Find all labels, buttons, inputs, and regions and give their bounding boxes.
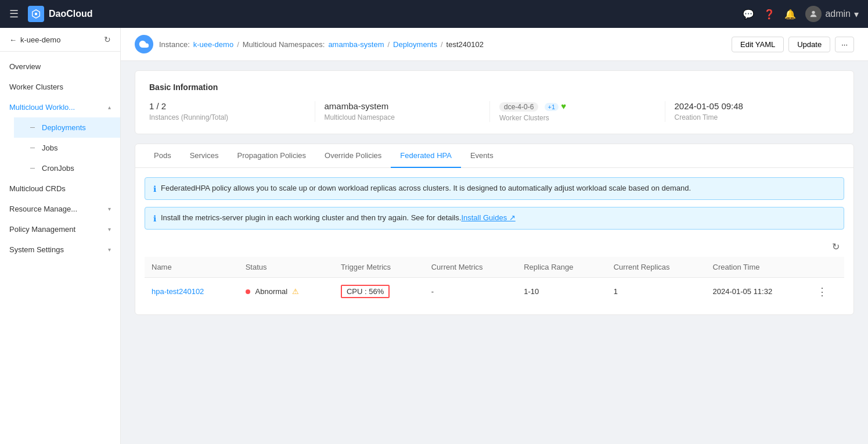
sidebar-item-resource-manage[interactable]: Resource Manage... ▾ [0,199,120,219]
col-header-actions [810,257,844,278]
trigger-metrics-value: CPU : 56% [341,285,390,298]
creation-time-value: 2024-01-05 09:48 [675,101,831,111]
chat-icon[interactable]: 💬 [743,9,754,20]
breadcrumb-instance-link[interactable]: k-uee-demo [193,40,233,49]
creation-time-label: Creation Time [675,113,831,121]
update-button[interactable]: Update [788,37,830,52]
back-arrow-icon: ← [9,35,17,44]
info-col-instances: 1 / 2 Instances (Running/Total) [149,101,315,122]
more-actions-button[interactable]: ··· [835,37,854,52]
sidebar-item-system-settings[interactable]: System Settings ▾ [0,239,120,260]
sidebar-item-label: Multicloud Worklo... [9,103,75,112]
sidebar-item-multicloud-worklo[interactable]: Multicloud Worklo... ▴ [0,97,120,117]
namespace-label: Multicloud Namespace [325,113,481,121]
info-icon: ℹ [153,184,156,194]
bell-icon[interactable]: 🔔 [784,9,796,20]
tabs-container: Pods Services Propagation Policies Overr… [135,144,854,315]
sidebar: ← k-uee-demo ↻ Overview Worker Clusters … [0,28,121,444]
admin-label: admin [825,9,851,19]
cell-row-actions: ⋮ [810,278,844,306]
cell-creation-time: 2024-01-05 11:32 [706,278,810,306]
tab-events[interactable]: Events [461,144,503,168]
sidebar-item-overview[interactable]: Overview [0,56,120,77]
sidebar-item-worker-clusters[interactable]: Worker Clusters [0,77,120,97]
logo-icon [28,6,44,22]
sidebar-item-policy-management[interactable]: Policy Management ▾ [0,219,120,239]
sidebar-menu: Overview Worker Clusters Multicloud Work… [0,52,120,444]
sidebar-instance-label: k-uee-demo [20,35,60,44]
sidebar-item-label: Resource Manage... [9,205,77,213]
sidebar-item-jobs[interactable]: Jobs [14,138,120,158]
cell-replica-range: 1-10 [517,278,606,306]
col-header-trigger-metrics: Trigger Metrics [334,257,424,278]
alert-text-install: Install the metrics-server plugin in eac… [161,213,516,222]
breadcrumb: Instance: k-uee-demo / Multicloud Namesp… [135,35,484,53]
sidebar-header: ← k-uee-demo ↻ [0,28,120,52]
content-area: Basic Information 1 / 2 Instances (Runni… [121,61,868,324]
sidebar-item-label: Policy Management [9,225,75,234]
logo: DaoCloud [28,6,93,22]
chevron-down-icon: ▾ [108,206,111,212]
sidebar-item-label: Overview [9,62,41,71]
breadcrumb-namespace-link[interactable]: amamba-system [328,40,384,49]
alert-banner-install: ℹ Install the metrics-server plugin in e… [145,207,844,230]
worker-extra: +1 [545,103,559,111]
cell-trigger-metrics: CPU : 56% [334,278,424,306]
table-actions: ↻ [145,237,844,257]
tab-propagation-policies[interactable]: Propagation Policies [228,144,316,168]
col-header-replica-range: Replica Range [517,257,606,278]
basic-info-title: Basic Information [149,83,840,92]
col-header-creation-time: Creation Time [706,257,810,278]
chevron-down-icon: ▾ [108,226,111,232]
logo-text: DaoCloud [49,9,93,19]
svg-point-1 [812,11,815,14]
col-header-status: Status [239,257,334,278]
tab-pods[interactable]: Pods [145,144,181,168]
workers-value: dce-4-0-6 +1 ♥ [499,101,655,112]
sidebar-item-cronjobs[interactable]: CronJobs [14,158,120,178]
breadcrumb-instance-label: Instance: [159,40,190,49]
warning-icon: ⚠ [292,287,299,296]
row-actions-button[interactable]: ⋮ [817,286,827,298]
tab-override-policies[interactable]: Override Policies [315,144,391,168]
cell-name: hpa-test240102 [145,278,239,306]
table-refresh-button[interactable]: ↻ [832,241,840,252]
info-col-namespace: amamba-system Multicloud Namespace [315,101,491,122]
sidebar-item-deployments[interactable]: Deployments [14,117,120,138]
sidebar-item-multicloud-crds[interactable]: Multicloud CRDs [0,178,120,199]
alert-text-federated: FederatedHPA policy allows you to scale … [161,184,691,192]
status-text: Abnormal [255,287,288,296]
sidebar-back-button[interactable]: ← k-uee-demo [9,35,60,44]
tab-federated-hpa[interactable]: Federated HPA [391,144,461,168]
tab-content-federated-hpa: ℹ FederatedHPA policy allows you to scal… [135,168,853,314]
sidebar-refresh-button[interactable]: ↻ [104,35,111,44]
chevron-down-icon: ▾ [854,9,859,20]
page-header: Instance: k-uee-demo / Multicloud Namesp… [121,28,868,61]
hpa-name-link[interactable]: hpa-test240102 [152,287,204,296]
hamburger-menu[interactable]: ☰ [9,8,19,20]
workers-label: Worker Clusters [499,114,655,122]
sidebar-item-label: Worker Clusters [9,83,63,91]
basic-info-card: Basic Information 1 / 2 Instances (Runni… [135,70,854,134]
col-header-current-replicas: Current Replicas [607,257,706,278]
help-icon[interactable]: ❓ [763,9,775,20]
sidebar-sub-multicloud: Deployments Jobs CronJobs [0,117,120,178]
edit-yaml-button[interactable]: Edit YAML [732,37,784,52]
table-row: hpa-test240102 Abnormal ⚠ CPU : 56% [145,278,844,306]
info-icon-2: ℹ [153,214,156,223]
sidebar-item-label: Multicloud CRDs [9,184,66,193]
install-guides-link[interactable]: Install Guides ↗ [461,213,515,222]
hpa-table: Name Status Trigger Metrics Current Metr… [145,257,844,305]
breadcrumb-deployments-link[interactable]: Deployments [393,40,437,49]
admin-user-menu[interactable]: admin ▾ [805,6,859,22]
info-grid: 1 / 2 Instances (Running/Total) amamba-s… [149,101,840,122]
instances-value: 1 / 2 [149,101,305,111]
breadcrumb-multicloud-label: Multicloud Namespaces: [243,40,325,49]
dash-icon [30,148,35,148]
col-header-current-metrics: Current Metrics [424,257,517,278]
tab-services[interactable]: Services [181,144,228,168]
cell-current-replicas: 1 [607,278,706,306]
col-header-name: Name [145,257,239,278]
info-col-workers: dce-4-0-6 +1 ♥ Worker Clusters [490,101,665,122]
main-content: Instance: k-uee-demo / Multicloud Namesp… [121,28,868,444]
